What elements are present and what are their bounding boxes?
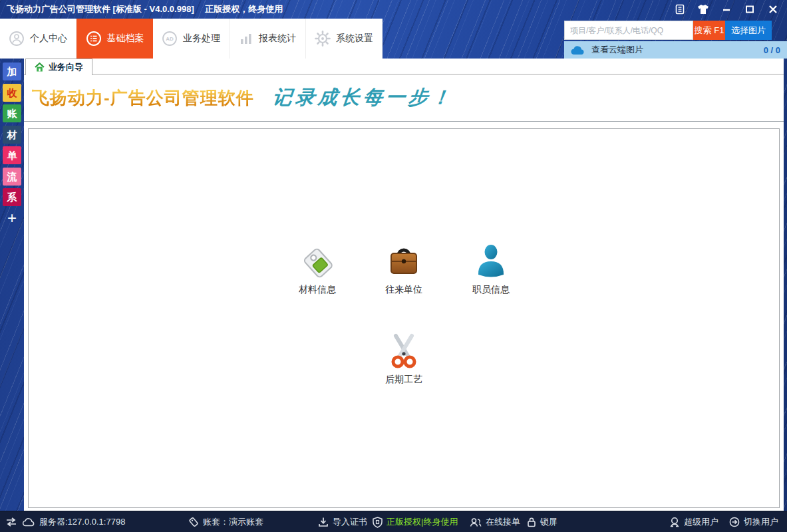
nav-item-system-settings[interactable]: 系统设置 (306, 19, 383, 59)
minimize-button[interactable] (718, 1, 735, 17)
cloud-image-count: 0 / 0 (764, 45, 780, 55)
import-cert-text: 导入证书 (333, 516, 367, 528)
close-button[interactable] (764, 1, 782, 17)
briefcase-icon (361, 242, 447, 281)
nav-item-personal-center[interactable]: 个人中心 (0, 19, 77, 59)
select-image-button[interactable]: 选择图片 (725, 21, 772, 40)
server-text: 服务器:127.0.0.1:7798 (39, 516, 125, 528)
sync-toggle[interactable] (5, 511, 17, 532)
shortcut-staff-info[interactable]: 职员信息 (448, 242, 534, 296)
user-circle-icon (9, 31, 25, 47)
shortcut-label: 后期工艺 (361, 374, 447, 386)
nav-item-report-statistics[interactable]: 报表统计 (230, 19, 306, 59)
shortcut-label: 职员信息 (448, 284, 534, 296)
lock-icon (527, 517, 536, 527)
people-icon (470, 517, 482, 527)
lock-screen-text: 锁屏 (540, 516, 557, 528)
statusbar: 服务器:127.0.0.1:7798 账套：演示账套 导入证书 正版授权|终身使… (0, 511, 787, 532)
nav-item-business-processing[interactable]: AD 业务处理 (153, 19, 230, 59)
skin-theme-icon[interactable] (695, 1, 712, 17)
person-icon (448, 242, 534, 281)
license-status[interactable]: 正版授权|终身使用 (373, 511, 458, 532)
window-title: 飞扬动力广告公司管理软件 [标准版 - V4.0.0.998] 正版授权，终身使… (0, 3, 283, 15)
account-set[interactable]: 账套：演示账套 (188, 511, 263, 532)
online-orders-text: 在线接单 (486, 516, 520, 528)
brand-banner: 飞扬动力-广告公司管理软件 记录成长每一步！ (24, 74, 784, 122)
switch-user-text: 切换用户 (744, 516, 778, 528)
tag-icon (274, 242, 361, 281)
lock-screen[interactable]: 锁屏 (527, 511, 557, 532)
arrow-circle-icon (729, 517, 740, 527)
scissors-icon (361, 332, 447, 370)
account-text: 账套：演示账套 (203, 516, 263, 528)
license-text: 正版授权|终身使用 (387, 516, 458, 528)
nav-item-label: 个人中心 (30, 33, 67, 45)
online-orders[interactable]: 在线接单 (470, 511, 520, 532)
shortcut-post-processing[interactable]: 后期工艺 (361, 332, 447, 386)
quick-sidebar: 加 收 账 材 单 流 系 + (0, 59, 24, 511)
brand-slogan: 记录成长每一步！ (271, 84, 455, 111)
sidebar-item-account[interactable]: 账 (3, 104, 21, 122)
nav-item-label: 基础档案 (107, 33, 144, 45)
tag-outline-icon (188, 517, 199, 527)
tab-business-wizard[interactable]: 业务向导 (25, 59, 92, 75)
shortcut-business-contacts[interactable]: 往来单位 (361, 242, 447, 296)
titlebar: 飞扬动力广告公司管理软件 [标准版 - V4.0.0.998] 正版授权，终身使… (0, 0, 787, 19)
nav-item-label: 业务处理 (183, 33, 220, 45)
nav-item-basic-archives[interactable]: 基础档案 (77, 19, 153, 59)
tab-strip: 业务向导 (24, 59, 784, 74)
sidebar-item-add[interactable]: 加 (3, 63, 21, 80)
brand-logo-text: 飞扬动力-广告公司管理软件 (32, 86, 254, 110)
bar-chart-icon (239, 31, 253, 46)
sidebar-item-material[interactable]: 材 (3, 126, 21, 144)
home-icon (35, 63, 45, 72)
swap-arrows-icon (5, 517, 17, 527)
search-button[interactable]: 搜索 F1 (693, 21, 725, 40)
sidebar-item-order[interactable]: 单 (3, 146, 21, 164)
log-icon[interactable] (671, 1, 689, 17)
user-icon (669, 517, 680, 527)
current-user[interactable]: 超级用户 (669, 511, 718, 532)
view-cloud-images-bar[interactable]: 查看云端图片 0 / 0 (564, 41, 787, 59)
current-user-text: 超级用户 (684, 516, 718, 528)
nav-item-label: 报表统计 (259, 33, 296, 45)
sidebar-item-system[interactable]: 系 (3, 188, 21, 206)
ad-circle-icon: AD (162, 31, 178, 47)
app-window: 飞扬动力广告公司管理软件 [标准版 - V4.0.0.998] 正版授权，终身使… (0, 0, 787, 532)
shield-icon (373, 517, 383, 528)
sidebar-item-receive[interactable]: 收 (3, 84, 21, 102)
cloud-outline-icon (23, 517, 35, 527)
cloud-icon (571, 45, 585, 55)
list-circle-icon (86, 31, 102, 47)
window-controls (671, 0, 782, 19)
ad-icon-text: AD (166, 36, 174, 42)
main-area: 业务向导 飞扬动力-广告公司管理软件 记录成长每一步！ 材料信息 (24, 59, 784, 511)
search-input[interactable] (564, 21, 693, 40)
main-navbar: 个人中心 基础档案 AD 业务处理 报表统计 系统设置 (0, 19, 383, 59)
nav-item-label: 系统设置 (336, 33, 373, 45)
maximize-button[interactable] (741, 1, 758, 17)
wizard-panel: 材料信息 往来单位 (28, 128, 780, 508)
download-icon (318, 517, 329, 527)
server-status[interactable]: 服务器:127.0.0.1:7798 (23, 511, 125, 532)
shortcut-label: 材料信息 (274, 284, 361, 296)
gear-icon (315, 31, 331, 47)
tab-label: 业务向导 (49, 61, 83, 73)
shortcut-label: 往来单位 (361, 284, 447, 296)
shortcut-material-info[interactable]: 材料信息 (274, 242, 361, 296)
cloud-bar-label: 查看云端图片 (591, 44, 643, 56)
switch-user[interactable]: 切换用户 (729, 511, 778, 532)
import-certificate[interactable]: 导入证书 (318, 511, 367, 532)
sidebar-item-flow[interactable]: 流 (3, 168, 21, 186)
sidebar-add-button[interactable]: + (3, 209, 21, 227)
